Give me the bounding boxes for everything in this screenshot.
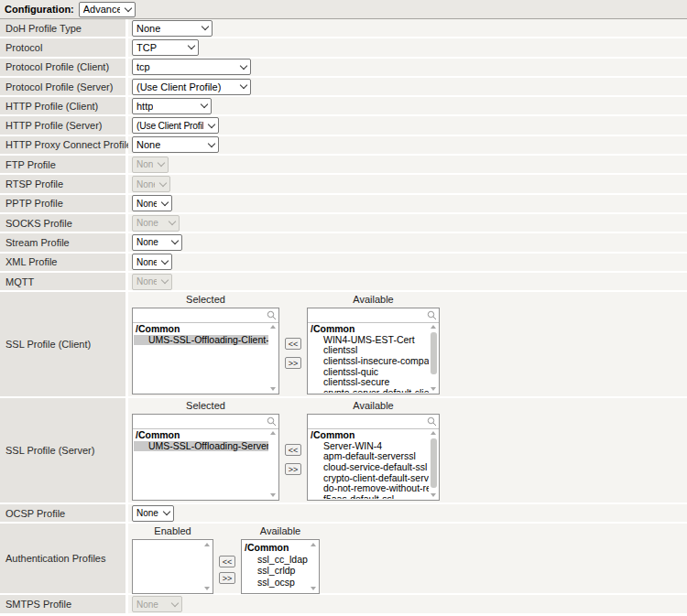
list-item[interactable]: clientssl-secure — [309, 377, 429, 388]
row-authentication-profiles: Authentication Profiles Enabled << >> Av… — [0, 524, 687, 593]
row-http-profile-server: HTTP Profile (Server) (Use Client Profil… — [0, 116, 687, 134]
list-item[interactable]: f5aas-default-ssl — [309, 494, 429, 499]
scroll-up-icon[interactable] — [204, 543, 210, 546]
configuration-label: Configuration: — [5, 4, 74, 15]
move-left-button[interactable]: << — [285, 338, 301, 350]
protocol-profile-server-select[interactable]: (Use Client Profile) — [132, 79, 251, 95]
ocsp-profile-select[interactable]: None — [132, 505, 174, 522]
row-ssl-profile-client: SSL Profile (Client) Selected /Common UM… — [0, 292, 687, 396]
ssl-client-selected-search-input[interactable] — [133, 308, 278, 321]
ssl-client-dual-list: Selected /Common UMS-SSL-Offloading-Clie… — [132, 294, 440, 394]
chevron-down-icon — [158, 159, 165, 167]
row-protocol-profile-client: Protocol Profile (Client) tcp — [0, 59, 687, 76]
scrollbar[interactable] — [269, 323, 278, 393]
authentication-enabled-listbox — [132, 539, 213, 594]
row-socks-profile: SOCKS Profile None — [0, 214, 687, 232]
protocol-label: Protocol — [0, 38, 125, 56]
http-profile-server-select[interactable]: (Use Client Profile) — [132, 117, 219, 134]
list-item[interactable]: ssl_crldp — [243, 565, 309, 577]
scrollbar[interactable] — [310, 541, 318, 592]
scrollbar-thumb[interactable] — [431, 438, 437, 488]
ssl-server-available-search-input[interactable] — [308, 415, 439, 427]
ssl-profile-server-label: SSL Profile (Server) — [0, 398, 125, 503]
list-item[interactable]: cloud-service-default-ssl — [309, 462, 429, 473]
scroll-up-icon[interactable] — [311, 543, 316, 546]
stream-profile-select[interactable]: None — [132, 234, 182, 251]
scrollbar[interactable] — [430, 429, 438, 499]
scroll-down-icon[interactable] — [204, 587, 210, 590]
chevron-down-icon — [161, 199, 169, 206]
move-right-button[interactable]: >> — [219, 572, 235, 584]
scrollbar[interactable] — [430, 323, 438, 393]
scroll-down-icon[interactable] — [270, 387, 276, 391]
move-left-button[interactable]: << — [285, 444, 301, 456]
move-right-button[interactable]: >> — [285, 357, 301, 369]
http-proxy-connect-profile-label: HTTP Proxy Connect Profile — [0, 136, 125, 154]
scroll-up-icon[interactable] — [431, 431, 436, 435]
http-proxy-connect-profile-select[interactable]: None — [132, 136, 219, 153]
list-group: /Common — [243, 542, 309, 554]
search-icon — [267, 416, 277, 428]
list-item[interactable]: UMS-SSL-Offloading-Server-Profile — [134, 441, 268, 452]
list-group: /Common — [309, 430, 429, 441]
chevron-down-icon — [208, 140, 215, 147]
pptp-profile-select[interactable]: None — [132, 195, 172, 211]
http-profile-client-select[interactable]: http — [132, 98, 212, 114]
mqtt-select: None — [132, 274, 172, 290]
row-protocol-profile-server: Protocol Profile (Server) (Use Client Pr… — [0, 78, 687, 95]
ocsp-profile-label: OCSP Profile — [0, 504, 125, 522]
list-item[interactable]: crypto-server-default-clientssl — [309, 388, 429, 393]
list-item[interactable]: ssl_cc_ldap — [243, 554, 309, 566]
protocol-profile-client-label: Protocol Profile (Client) — [0, 59, 125, 76]
protocol-profile-client-select[interactable]: tcp — [132, 59, 251, 75]
protocol-profile-server-label: Protocol Profile (Server) — [0, 78, 125, 95]
row-http-proxy-connect-profile: HTTP Proxy Connect Profile None — [0, 136, 687, 154]
scrollbar[interactable] — [269, 429, 278, 499]
chevron-down-icon — [163, 508, 170, 515]
ssl-client-selected-header: Selected — [132, 294, 279, 306]
authentication-enabled-header: Enabled — [132, 525, 213, 537]
protocol-select[interactable]: TCP — [132, 39, 199, 56]
row-pptp-profile: PPTP Profile None — [0, 195, 687, 212]
scrollbar-thumb[interactable] — [431, 332, 437, 374]
scroll-down-icon[interactable] — [431, 387, 436, 391]
xml-profile-select[interactable]: None — [132, 254, 172, 270]
doh-profile-type-select[interactable]: None — [132, 20, 213, 37]
ssl-server-selected-search-input[interactable] — [133, 415, 278, 427]
list-item[interactable]: clientssl-insecure-compatible — [309, 356, 429, 367]
move-left-button[interactable]: << — [219, 556, 235, 567]
scroll-down-icon[interactable] — [311, 587, 316, 590]
http-profile-server-label: HTTP Profile (Server) — [0, 116, 125, 134]
scroll-up-icon[interactable] — [270, 325, 276, 329]
list-item[interactable]: UMS-SSL-Offloading-Client-Profile — [134, 335, 268, 346]
move-right-button[interactable]: >> — [285, 463, 301, 475]
scrollbar[interactable] — [203, 541, 212, 592]
ssl-client-available-search-input[interactable] — [308, 308, 439, 321]
scroll-down-icon[interactable] — [270, 493, 276, 497]
configuration-select[interactable]: Advanced — [79, 2, 136, 17]
search-icon — [267, 310, 277, 322]
row-smtps-profile: SMTPS Profile None — [0, 595, 687, 612]
list-item[interactable]: ssl_ocsp — [243, 577, 309, 589]
list-item[interactable]: do-not-remove-without-replacement — [309, 483, 429, 494]
chevron-down-icon — [171, 599, 179, 606]
chevron-down-icon — [171, 237, 179, 244]
ssl-server-dual-list: Selected /Common UMS-SSL-Offloading-Serv… — [132, 400, 440, 501]
ftp-profile-label: FTP Profile — [0, 156, 125, 173]
chevron-down-icon — [159, 178, 167, 186]
ssl-profile-client-label: SSL Profile (Client) — [0, 292, 125, 396]
scroll-up-icon[interactable] — [270, 431, 276, 435]
search-icon — [427, 310, 437, 322]
chevron-down-icon — [240, 81, 247, 89]
ssl-server-selected-listbox: /Common UMS-SSL-Offloading-Server-Profil… — [132, 414, 279, 501]
row-stream-profile: Stream Profile None — [0, 233, 687, 251]
xml-profile-label: XML Profile — [0, 254, 125, 271]
rtsp-profile-label: RTSP Profile — [0, 175, 125, 192]
authentication-available-header: Available — [241, 525, 320, 537]
chevron-down-icon — [240, 61, 247, 69]
scroll-up-icon[interactable] — [431, 325, 436, 329]
chevron-down-icon — [188, 42, 195, 49]
scroll-down-icon[interactable] — [431, 493, 436, 497]
authentication-dual-list: Enabled << >> Available /Common — [132, 525, 320, 594]
chevron-down-icon — [161, 276, 169, 284]
